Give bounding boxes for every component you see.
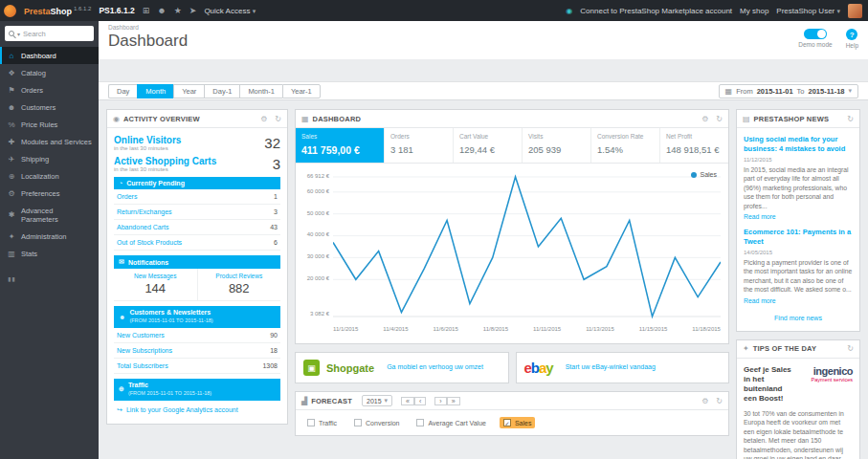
- sidebar-item-orders[interactable]: ⚑Orders: [0, 81, 99, 98]
- favorites-icon[interactable]: ★: [174, 6, 182, 15]
- forecast-legend-traffic[interactable]: Traffic: [303, 417, 341, 428]
- kpi-conversion-rate[interactable]: Conversion Rate1.54%: [591, 128, 660, 163]
- sidebar-item-dashboard[interactable]: ⌂Dashboard: [0, 47, 99, 64]
- article-title-link[interactable]: Using social media for your business: 4 …: [744, 135, 853, 154]
- sidebar-item-advanced-parameters[interactable]: ✱Advanced Parameters: [0, 202, 99, 228]
- gear-icon[interactable]: ⚙: [701, 397, 708, 405]
- read-more-link[interactable]: Read more: [744, 297, 853, 304]
- sidebar-item-preferences[interactable]: ⚙Preferences: [0, 185, 99, 202]
- sidebar-item-customers[interactable]: ☻Customers: [0, 98, 99, 116]
- kpi-sales[interactable]: Sales411 759,00 €: [296, 128, 385, 163]
- traffic-section-header: ⊕ Traffic(FROM 2015-11-01 TO 2015-11-18): [114, 379, 280, 401]
- notifications-row: New Messages 144 Product Reviews 882: [114, 269, 280, 301]
- range-button-year-1[interactable]: Year-1: [282, 84, 321, 98]
- sidebar-item-localization[interactable]: ⊕Localization: [0, 167, 99, 185]
- pending-orders-link[interactable]: Orders: [117, 193, 137, 200]
- forecast-panel: ▟ FORECAST 2015▾ « ‹ › » ⚙ ↻: [295, 391, 729, 436]
- refresh-icon[interactable]: ↻: [275, 115, 281, 123]
- rocket-icon[interactable]: ➤: [189, 6, 197, 15]
- search-input[interactable]: [23, 30, 90, 38]
- refresh-icon[interactable]: ↻: [847, 115, 854, 123]
- chart-legend[interactable]: Sales: [691, 171, 717, 178]
- find-more-news-link[interactable]: Find more news: [744, 312, 853, 327]
- forecast-legend-sales[interactable]: ✓Sales: [500, 417, 536, 428]
- refresh-icon[interactable]: ↻: [847, 344, 854, 353]
- bulb-icon: ✦: [743, 344, 749, 353]
- new-messages-cell[interactable]: New Messages 144: [114, 269, 197, 300]
- collapse-sidebar-button[interactable]: ▮▮: [8, 275, 99, 282]
- pending-returns-value: 3: [274, 208, 278, 215]
- sidebar-item-label: Price Rules: [21, 120, 57, 129]
- active-carts-label[interactable]: Active Shopping Carts: [114, 156, 216, 166]
- quick-access-button[interactable]: Quick Access ▾: [204, 7, 256, 15]
- sidebar-item-shipping[interactable]: ✈Shipping: [0, 150, 99, 167]
- sidebar-item-administration[interactable]: ✦Administration: [0, 228, 99, 245]
- total-subscribers-link[interactable]: Total Subscribers: [117, 362, 168, 369]
- help-icon[interactable]: ?: [846, 29, 857, 40]
- user-avatar[interactable]: [848, 4, 862, 18]
- prev-page-button[interactable]: ‹: [414, 397, 426, 405]
- shopgate-logo-icon: ▣: [303, 360, 320, 376]
- marketplace-icon: ◉: [566, 7, 572, 15]
- dashboard-content: ◉ ACTIVITY OVERVIEW ⚙ ↻ Online Visitors …: [99, 100, 868, 459]
- sidebar-item-label: Modules and Services: [21, 138, 92, 146]
- sidebar-item-catalog[interactable]: ❖Catalog: [0, 64, 99, 81]
- refresh-icon[interactable]: ↻: [716, 115, 723, 123]
- kpi-orders[interactable]: Orders3 181: [385, 128, 454, 163]
- total-subscribers-value: 1308: [262, 362, 278, 369]
- breadcrumb[interactable]: Dashboard: [108, 24, 188, 31]
- modules-icon: ✚: [7, 138, 16, 146]
- next-page-button[interactable]: ›: [434, 397, 446, 405]
- product-reviews-cell[interactable]: Product Reviews 882: [197, 269, 281, 300]
- forecast-year-select[interactable]: 2015▾: [362, 395, 392, 406]
- customers-section-header: ☻ Customers & Newsletters(FROM 2015-11-0…: [114, 306, 280, 328]
- article-title-link[interactable]: Ecommerce 101: Payments in a Tweet: [744, 228, 853, 247]
- search-scope-caret-icon[interactable]: ▾: [17, 31, 20, 37]
- range-button-year[interactable]: Year: [173, 84, 204, 98]
- range-button-day[interactable]: Day: [108, 84, 137, 98]
- range-button-day-1[interactable]: Day-1: [204, 84, 239, 98]
- range-button-month[interactable]: Month: [137, 84, 173, 98]
- marketplace-connect-link[interactable]: Connect to PrestaShop Marketplace accoun…: [580, 7, 732, 15]
- customers-notifications-icon[interactable]: ☻: [157, 6, 166, 15]
- date-range-button[interactable]: ▦ From 2015-11-01 To 2015-11-18 ▾: [719, 84, 858, 98]
- out-of-stock-link[interactable]: Out of Stock Products: [117, 239, 182, 246]
- gear-icon[interactable]: ⚙: [260, 115, 267, 123]
- online-visitors-metric: Online Visitors in the last 30 minutes 3…: [114, 135, 280, 151]
- shipping-icon: ✈: [7, 155, 16, 164]
- forecast-legend-average-cart-value[interactable]: Average Cart Value: [412, 417, 489, 428]
- sidebar-item-stats[interactable]: ▥Stats: [0, 245, 99, 262]
- gear-icon[interactable]: ⚙: [701, 115, 708, 123]
- shopgate-link[interactable]: Ga mobiel en verhoog uw omzet: [387, 363, 483, 371]
- from-date: 2015-11-01: [757, 87, 793, 96]
- last-page-button[interactable]: »: [447, 397, 460, 405]
- google-analytics-link[interactable]: ↪ Link to your Google Analytics account: [114, 401, 280, 420]
- new-subscriptions-link[interactable]: New Subscriptions: [117, 347, 172, 354]
- demo-mode-toggle[interactable]: [804, 29, 827, 39]
- pending-returns-link[interactable]: Return/Exchanges: [117, 208, 172, 215]
- first-page-button[interactable]: «: [401, 397, 414, 405]
- range-button-month-1[interactable]: Month-1: [239, 84, 282, 98]
- user-menu[interactable]: PrestaShop User ▾: [776, 7, 840, 15]
- kpi-net-profit[interactable]: Net Profit148 918,51 €: [660, 128, 728, 163]
- my-shop-link[interactable]: My shop: [740, 7, 768, 15]
- kpi-visits[interactable]: Visits205 939: [523, 128, 591, 163]
- ebay-link[interactable]: Start uw eBay-winkel vandaag: [566, 363, 656, 371]
- refresh-icon[interactable]: ↻: [716, 397, 723, 405]
- sidebar-item-price-rules[interactable]: %Price Rules: [0, 116, 99, 133]
- kpi-cart-value[interactable]: Cart Value129,44 €: [454, 128, 523, 163]
- read-more-link[interactable]: Read more: [744, 213, 853, 220]
- forecast-legend-conversion[interactable]: Conversion: [350, 417, 403, 428]
- new-customers-link[interactable]: New Customers: [117, 332, 165, 339]
- abandoned-carts-link[interactable]: Abandoned Carts: [117, 224, 168, 230]
- forecast-pager-prev: « ‹: [401, 397, 426, 405]
- sidebar-item-modules[interactable]: ✚Modules and Services: [0, 133, 99, 150]
- cart-notifications-icon[interactable]: ⊞: [143, 6, 150, 15]
- online-visitors-label[interactable]: Online Visitors: [114, 135, 181, 145]
- checkbox-checked-icon: ✓: [503, 419, 511, 426]
- sidebar-search: ▾: [5, 26, 94, 41]
- article-excerpt: In 2015, social media are an integral pa…: [744, 165, 853, 211]
- sales-chart: 66 912 € 60 000 € 50 000 € 40 000 € 30 0…: [298, 171, 723, 341]
- advanced-parameters-icon: ✱: [7, 210, 16, 219]
- from-label: From: [736, 87, 753, 96]
